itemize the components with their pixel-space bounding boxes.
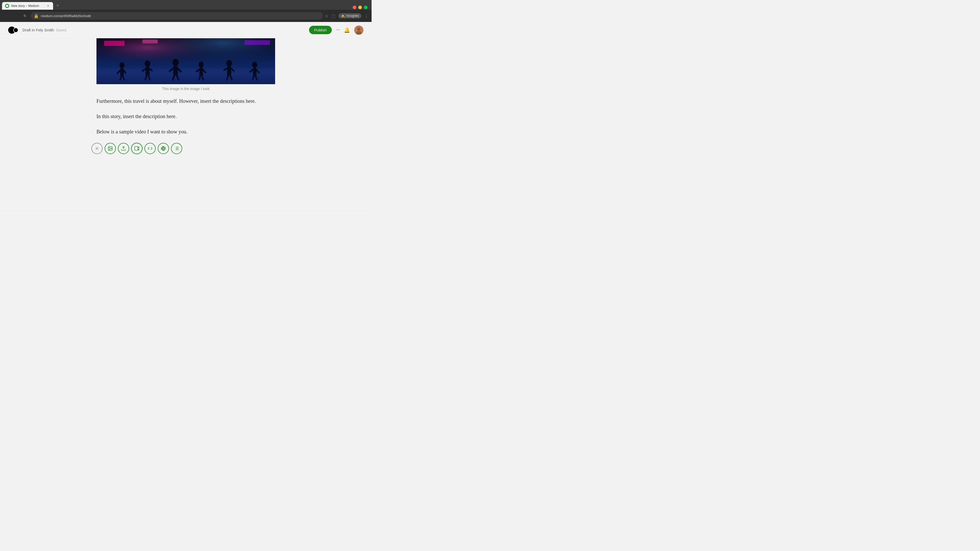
saved-label: Saved — [56, 28, 66, 32]
embed-icon — [121, 146, 126, 151]
image-block: This image is the image I took — [97, 38, 275, 91]
toolbar-code-block-button[interactable] — [158, 143, 169, 154]
publish-button[interactable]: Publish — [309, 26, 332, 34]
image-caption: This image is the image I took — [97, 87, 275, 91]
bookmark-icon[interactable]: ☆ — [325, 14, 328, 18]
more-options-icon — [174, 146, 179, 151]
avatar-svg — [354, 25, 363, 35]
code-block-icon — [161, 146, 166, 151]
svg-point-51 — [109, 148, 110, 148]
url-text: medium.com/p/450f6a6826c0/edit — [41, 14, 91, 18]
logo-circle-white — [13, 27, 18, 33]
cast-icon[interactable]: ⬚ — [331, 14, 335, 18]
medium-header: Draft in Fely Smith Saved Publish ··· 🔔 — [0, 22, 372, 38]
header-right: Publish ··· 🔔 — [309, 25, 363, 35]
paragraph-2[interactable]: In this story, insert the description he… — [97, 112, 275, 121]
window-close-button[interactable] — [353, 6, 356, 9]
draft-info: Draft in Fely Smith Saved — [22, 28, 66, 32]
draft-label: Draft in Fely Smith — [22, 28, 54, 32]
new-tab-button[interactable]: + — [54, 2, 61, 9]
menu-icon[interactable]: ⋮ — [364, 14, 369, 18]
image-overlay — [97, 57, 275, 84]
svg-rect-45 — [104, 41, 124, 46]
window-maximize-button[interactable] — [364, 6, 368, 9]
editor-toolbar — [91, 143, 275, 154]
tab-close-button[interactable]: ✕ — [46, 4, 50, 8]
toolbar-more-button[interactable] — [171, 143, 182, 154]
incognito-label: Incognito — [346, 14, 359, 17]
toolbar-code-inline-button[interactable] — [145, 143, 156, 154]
url-bar[interactable]: 🔒 medium.com/p/450f6a6826c0/edit — [30, 12, 323, 20]
window-controls — [353, 6, 369, 10]
paragraph-1[interactable]: Furthermore, this travel is about myself… — [97, 97, 275, 105]
lock-icon: 🔒 — [34, 14, 39, 18]
svg-rect-47 — [245, 40, 270, 45]
svg-rect-53 — [135, 147, 138, 151]
close-icon — [94, 146, 100, 151]
medium-logo[interactable] — [8, 27, 18, 34]
story-image — [97, 38, 275, 84]
reload-button[interactable]: ↻ — [21, 12, 29, 19]
toolbar-embed-button[interactable] — [118, 143, 129, 154]
address-bar: ← → ↻ 🔒 medium.com/p/450f6a6826c0/edit ☆… — [0, 10, 372, 22]
code-inline-icon — [148, 146, 153, 151]
editor-container: This image is the image I took Furthermo… — [91, 38, 280, 154]
toolbar-video-button[interactable] — [131, 143, 142, 154]
address-bar-right: ☆ ⬚ 🕵 Incognito ⋮ — [325, 13, 369, 18]
tab-favicon-inner — [6, 5, 8, 7]
back-button[interactable]: ← — [3, 12, 10, 19]
window-minimize-button[interactable] — [358, 6, 362, 9]
incognito-icon: 🕵 — [341, 14, 345, 17]
incognito-badge: 🕵 Incognito — [339, 13, 361, 18]
toolbar-close-button[interactable] — [91, 143, 103, 154]
video-icon — [134, 146, 139, 151]
user-avatar[interactable] — [354, 25, 363, 35]
image-icon — [108, 146, 113, 151]
forward-button[interactable]: → — [12, 12, 19, 19]
medium-app: Draft in Fely Smith Saved Publish ··· 🔔 — [0, 22, 372, 211]
svg-point-1 — [357, 27, 361, 31]
tab-bar: New story – Medium ✕ + — [0, 0, 372, 10]
tab-favicon-icon — [5, 4, 9, 8]
browser-chrome: New story – Medium ✕ + ← → ↻ 🔒 medium.co… — [0, 0, 372, 22]
notifications-button[interactable]: 🔔 — [344, 27, 350, 33]
svg-rect-46 — [142, 40, 158, 43]
tab-title: New story – Medium — [11, 4, 44, 8]
active-tab[interactable]: New story – Medium ✕ — [2, 2, 53, 10]
paragraph-3[interactable]: Below is a sample video I want to show y… — [97, 127, 275, 136]
more-options-button[interactable]: ··· — [336, 27, 340, 33]
toolbar-image-button[interactable] — [105, 143, 116, 154]
content-area: This image is the image I took Furthermo… — [0, 38, 372, 211]
